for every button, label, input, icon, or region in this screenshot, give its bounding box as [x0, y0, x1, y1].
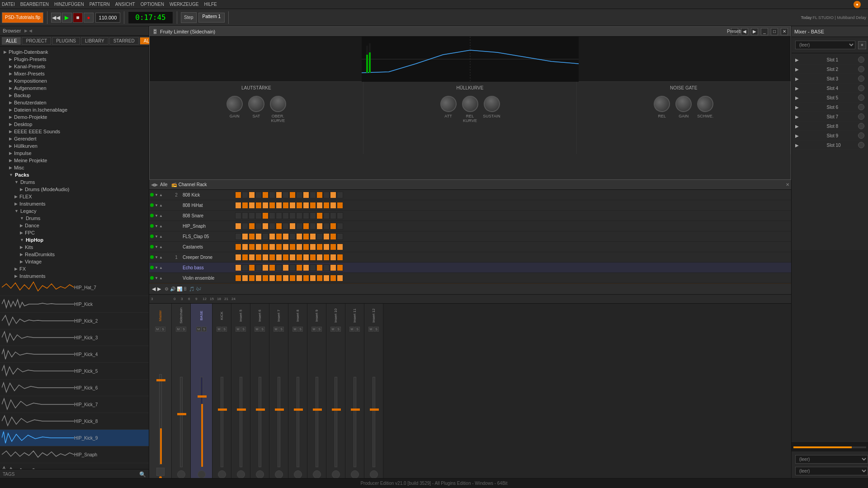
tree-kanal-presets[interactable]: ▶ Kanal-Presets — [0, 63, 149, 70]
ch-active-dot[interactable] — [150, 255, 154, 259]
slot-btn-10[interactable] — [858, 142, 864, 148]
step-btn[interactable] — [303, 264, 309, 271]
strip-thumb[interactable] — [177, 413, 186, 415]
strip-send-knob[interactable] — [177, 470, 185, 479]
ch-active-dot[interactable] — [150, 203, 154, 207]
step-btn[interactable] — [330, 264, 336, 271]
strip-btn-m[interactable]: M — [155, 327, 160, 332]
strip-btn-s[interactable]: S — [317, 327, 322, 332]
volume-track[interactable] — [793, 446, 866, 448]
step-btn[interactable] — [296, 264, 302, 271]
ch-name-808kick[interactable]: 808 Kick — [181, 192, 235, 197]
strip-thumb[interactable] — [294, 408, 303, 411]
tab-starred[interactable]: STARRED — [109, 37, 139, 45]
pattern-btn[interactable]: Pattern 1 — [198, 13, 225, 23]
tab-library[interactable]: LIBRARY — [81, 37, 108, 45]
step-btn[interactable] — [249, 192, 255, 198]
slot-btn-3[interactable] — [858, 75, 864, 82]
step-btn[interactable] — [249, 244, 255, 250]
ch-arrow-up[interactable]: ▲ — [159, 224, 163, 228]
step-btn[interactable] — [255, 212, 262, 219]
strip-btn-s[interactable]: S — [160, 327, 165, 332]
tree-impulse[interactable]: ▶ Impulse — [0, 150, 149, 157]
strip-send-knob[interactable] — [218, 470, 226, 479]
step-btn[interactable] — [283, 264, 289, 271]
step-btn[interactable] — [296, 212, 302, 219]
strip-btn-m[interactable]: M — [274, 327, 278, 332]
mr-dropdown-2[interactable]: (leer) — [795, 467, 868, 475]
tree-dance[interactable]: ▶ Dance — [0, 222, 149, 229]
ch-arrow-up[interactable]: ▲ — [159, 193, 163, 197]
ch-arrow-down[interactable]: ▼ — [155, 224, 158, 228]
step-btn[interactable] — [316, 233, 323, 240]
step-btn[interactable] — [269, 202, 275, 209]
ch-name-violin[interactable]: Violin ensemble — [181, 276, 235, 281]
strip-fader[interactable] — [297, 377, 299, 467]
strip-btn-m[interactable]: M — [292, 327, 297, 332]
step-btn[interactable] — [269, 223, 275, 230]
tree-legacy[interactable]: ▼ Legacy — [0, 207, 149, 215]
step-btn[interactable] — [330, 192, 336, 198]
list-item[interactable]: HIP_Snare — [0, 463, 149, 469]
strip-fader[interactable] — [240, 377, 242, 467]
slot-btn-9[interactable] — [858, 132, 864, 139]
step-btn[interactable] — [255, 264, 262, 271]
ch-arrow-up[interactable]: ▲ — [159, 245, 163, 249]
ch-arrow-up[interactable]: ▲ — [159, 214, 163, 218]
strip-btn-s[interactable]: S — [222, 327, 227, 332]
strip-send-knob[interactable] — [351, 470, 359, 479]
step-btn[interactable] — [269, 275, 275, 282]
list-item[interactable]: HIP_Kick_5 — [0, 363, 149, 380]
step-btn[interactable] — [303, 254, 309, 261]
step-btn[interactable] — [337, 275, 343, 282]
menu-datei[interactable]: DATEI — [2, 2, 15, 7]
tree-hiphop[interactable]: ▼ HipHop — [0, 236, 149, 244]
tree-demo[interactable]: ▶ Demo-Projekte — [0, 113, 149, 121]
step-btn[interactable] — [330, 223, 336, 230]
step-btn[interactable] — [242, 254, 248, 261]
step-btn[interactable] — [337, 212, 343, 219]
strip-send-knob[interactable] — [237, 470, 245, 479]
ch-active-dot[interactable] — [150, 276, 154, 280]
step-btn[interactable] — [289, 223, 296, 230]
menu-pattern[interactable]: PATTERN — [90, 2, 110, 7]
step-btn[interactable] — [323, 202, 330, 209]
strip-btn-m[interactable]: M — [255, 327, 259, 332]
strip-btn-m[interactable]: M — [368, 327, 373, 332]
menu-hinzufugen[interactable]: HINZUFÜGEN — [54, 2, 84, 7]
tree-fpc[interactable]: ▶ FPC — [0, 229, 149, 236]
step-btn[interactable] — [255, 192, 262, 198]
step-btn[interactable] — [330, 233, 336, 240]
step-btn[interactable] — [235, 192, 241, 198]
ch-arrow-up[interactable]: ▲ — [159, 255, 163, 259]
strip-btn-s[interactable]: S — [202, 327, 207, 332]
step-btn[interactable] — [289, 233, 296, 240]
strip-thumb[interactable] — [198, 395, 207, 398]
step-btn[interactable] — [289, 202, 296, 209]
ch-arrow-up[interactable]: ▲ — [159, 203, 163, 207]
strip-thumb[interactable] — [275, 408, 284, 411]
step-btn[interactable] — [283, 212, 289, 219]
tree-benutzerdaten[interactable]: ▶ Benutzerdaten — [0, 99, 149, 106]
slot-label-6[interactable]: Slot 6 — [827, 105, 859, 110]
strip-send-knob[interactable] — [370, 470, 378, 479]
menu-werkzeuge[interactable]: WERKZEUGE — [170, 2, 198, 7]
step-btn[interactable] — [242, 212, 248, 219]
step-btn[interactable] — [269, 212, 275, 219]
step-btn[interactable] — [337, 202, 343, 209]
strip-send-knob[interactable] — [256, 470, 264, 479]
step-btn[interactable] — [276, 192, 282, 198]
step-btn[interactable] — [249, 212, 255, 219]
stop-btn[interactable]: ■ — [73, 13, 83, 23]
step-btn[interactable] — [310, 254, 316, 261]
fl-prev-btn[interactable]: ◀ — [741, 28, 748, 35]
slot-btn-8[interactable] — [858, 123, 864, 129]
step-btn[interactable] — [262, 233, 269, 240]
step-btn[interactable] — [242, 233, 248, 240]
step-btn[interactable] — [323, 264, 330, 271]
step-btn[interactable] — [316, 254, 323, 261]
tree-realdrumkits[interactable]: ▶ RealDrumkits — [0, 251, 149, 258]
mixer-nav-right[interactable]: ▶ — [157, 286, 161, 292]
step-btn[interactable] — [283, 202, 289, 209]
cr-close[interactable]: ✕ — [786, 182, 789, 187]
